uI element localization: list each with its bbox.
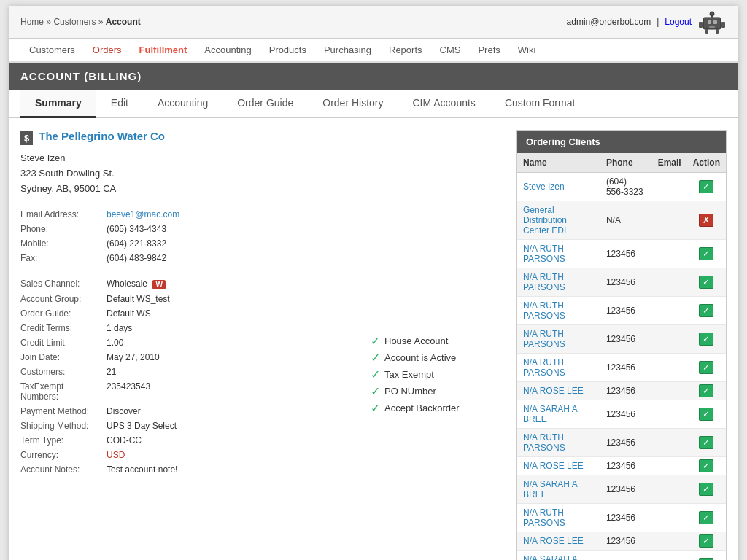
client-action[interactable]: ✓ bbox=[687, 325, 726, 354]
client-name-link[interactable]: N/A SARAH A BREE bbox=[523, 404, 577, 424]
client-email bbox=[652, 551, 687, 561]
client-name-link[interactable]: N/A ROSE LEE bbox=[523, 461, 584, 471]
nav-customers[interactable]: Customers bbox=[20, 39, 84, 61]
client-name-link[interactable]: N/A RUTH PARSONS bbox=[523, 357, 565, 378]
tab-edit[interactable]: Edit bbox=[96, 90, 143, 118]
email-link[interactable]: beeve1@mac.com bbox=[107, 209, 179, 219]
info-grid: Email Address: beeve1@mac.com Phone: (60… bbox=[20, 208, 356, 265]
nav-prefs[interactable]: Prefs bbox=[469, 39, 508, 61]
sales-channel-value: Wholesale W bbox=[107, 277, 356, 290]
client-name-link[interactable]: N/A RUTH PARSONS bbox=[523, 272, 565, 292]
client-email bbox=[652, 457, 687, 475]
nav-orders[interactable]: Orders bbox=[84, 39, 131, 61]
check-action-icon[interactable]: ✓ bbox=[699, 332, 713, 346]
check-action-icon[interactable]: ✓ bbox=[699, 534, 713, 548]
client-action[interactable]: ✓ bbox=[687, 429, 726, 457]
x-action-icon[interactable]: ✗ bbox=[699, 214, 713, 227]
table-row: N/A RUTH PARSONS123456✓ bbox=[517, 504, 726, 532]
check-action-icon[interactable]: ✓ bbox=[699, 361, 713, 374]
logout-link[interactable]: Logout bbox=[665, 17, 692, 27]
check-icon: ✓ bbox=[371, 334, 380, 348]
check-action-icon[interactable]: ✓ bbox=[699, 459, 713, 472]
client-name-link[interactable]: N/A RUTH PARSONS bbox=[523, 508, 565, 528]
check-action-icon[interactable]: ✓ bbox=[699, 180, 713, 193]
check-label: PO NUmber bbox=[384, 386, 436, 397]
client-action[interactable]: ✓ bbox=[687, 268, 726, 297]
client-name-link[interactable]: N/A SARAH A BREE bbox=[523, 479, 577, 499]
client-name-link[interactable]: N/A RUTH PARSONS bbox=[523, 329, 565, 349]
client-action[interactable]: ✓ bbox=[687, 551, 726, 561]
client-name: N/A ROSE LEE bbox=[517, 457, 600, 475]
client-name-link[interactable]: Steve Izen bbox=[523, 182, 565, 192]
client-action[interactable]: ✓ bbox=[687, 240, 726, 268]
svg-rect-3 bbox=[709, 26, 715, 28]
client-name: General Distribution Center EDI bbox=[517, 201, 600, 240]
tabs-bar: Summary Edit Accounting Order Guide Orde… bbox=[9, 90, 738, 118]
check-action-icon[interactable]: ✓ bbox=[699, 511, 713, 524]
check-icon: ✓ bbox=[371, 384, 380, 398]
client-name-link[interactable]: N/A RUTH PARSONS bbox=[523, 300, 565, 321]
tab-order-guide[interactable]: Order Guide bbox=[222, 90, 308, 118]
client-action[interactable]: ✓ bbox=[687, 504, 726, 532]
client-name-link[interactable]: N/A RUTH PARSONS bbox=[523, 244, 565, 264]
nav-wiki[interactable]: Wiki bbox=[509, 39, 545, 61]
join-date-label: Join Date: bbox=[20, 351, 101, 364]
client-action[interactable]: ✓ bbox=[687, 400, 726, 429]
client-name-link[interactable]: N/A ROSE LEE bbox=[523, 536, 584, 546]
tab-order-history[interactable]: Order History bbox=[308, 90, 398, 118]
company-name[interactable]: The Pellegrino Water Co bbox=[39, 130, 165, 142]
client-action[interactable]: ✗ bbox=[687, 201, 726, 240]
phone-label: Phone: bbox=[20, 222, 101, 236]
client-action[interactable]: ✓ bbox=[687, 532, 726, 551]
breadcrumb-customers[interactable]: Customers bbox=[53, 17, 96, 27]
check-action-icon[interactable]: ✓ bbox=[699, 304, 713, 317]
dollar-icon: $ bbox=[20, 131, 33, 145]
client-name-link[interactable]: N/A ROSE LEE bbox=[523, 386, 584, 396]
phone-value: (605) 343-4343 bbox=[107, 222, 356, 236]
tab-custom-format[interactable]: Custom Format bbox=[490, 90, 589, 118]
mobile-value: (604) 221-8332 bbox=[107, 237, 356, 250]
check-action-icon[interactable]: ✓ bbox=[699, 483, 713, 496]
client-name-link[interactable]: N/A RUTH PARSONS bbox=[523, 432, 565, 453]
client-name: N/A RUTH PARSONS bbox=[517, 504, 600, 532]
nav-products[interactable]: Products bbox=[260, 39, 315, 61]
tab-accounting[interactable]: Accounting bbox=[143, 90, 222, 118]
credit-limit-value: 1.00 bbox=[107, 336, 356, 349]
check-action-icon[interactable]: ✓ bbox=[699, 384, 713, 397]
check-action-icon[interactable]: ✓ bbox=[699, 436, 713, 449]
nav-fulfillment[interactable]: Fulfillment bbox=[131, 39, 196, 61]
tab-summary[interactable]: Summary bbox=[20, 90, 96, 118]
client-name-link[interactable]: N/A SARAH A BREE bbox=[523, 554, 577, 560]
table-row: N/A RUTH PARSONS123456✓ bbox=[517, 240, 726, 268]
client-action[interactable]: ✓ bbox=[687, 354, 726, 382]
breadcrumb: Home » Customers » Account bbox=[20, 17, 141, 27]
check-label: House Account bbox=[384, 335, 448, 346]
check-action-icon[interactable]: ✓ bbox=[699, 247, 713, 260]
order-guide-label: Order Guide: bbox=[20, 307, 101, 320]
left-panel: $ The Pellegrino Water Co Steve Izen 323… bbox=[20, 130, 356, 560]
check-action-icon[interactable]: ✓ bbox=[699, 276, 713, 289]
client-action[interactable]: ✓ bbox=[687, 475, 726, 504]
client-action[interactable]: ✓ bbox=[687, 382, 726, 400]
nav-purchasing[interactable]: Purchasing bbox=[315, 39, 380, 61]
client-action[interactable]: ✓ bbox=[687, 457, 726, 475]
client-phone: 123456 bbox=[600, 457, 652, 475]
check-action-icon[interactable]: ✓ bbox=[699, 408, 713, 421]
nav-cms[interactable]: CMS bbox=[431, 39, 470, 61]
table-row: N/A RUTH PARSONS123456✓ bbox=[517, 268, 726, 297]
client-action[interactable]: ✓ bbox=[687, 297, 726, 325]
nav-reports[interactable]: Reports bbox=[380, 39, 431, 61]
check-item: ✓ House Account bbox=[371, 334, 502, 348]
nav-accounting[interactable]: Accounting bbox=[196, 39, 260, 61]
client-action[interactable]: ✓ bbox=[687, 173, 726, 201]
client-phone: 123456 bbox=[600, 354, 652, 382]
client-email bbox=[652, 240, 687, 268]
check-item: ✓ PO NUmber bbox=[371, 384, 502, 398]
breadcrumb-home[interactable]: Home bbox=[20, 17, 44, 27]
client-name-link[interactable]: General Distribution Center EDI bbox=[523, 205, 567, 236]
check-icon: ✓ bbox=[371, 401, 380, 415]
tab-cim-accounts[interactable]: CIM Accounts bbox=[398, 90, 490, 118]
check-item: ✓ Accept Backorder bbox=[371, 401, 502, 415]
client-phone: 123456 bbox=[600, 429, 652, 457]
client-name: N/A RUTH PARSONS bbox=[517, 268, 600, 297]
